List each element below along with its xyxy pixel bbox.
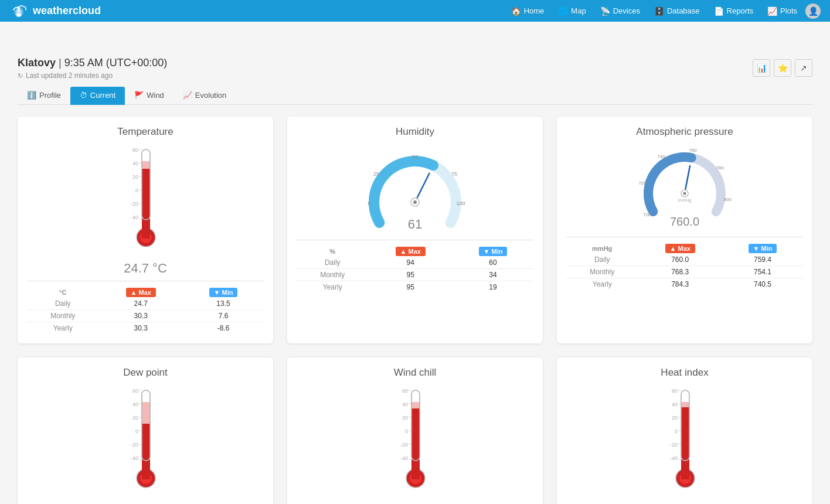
table-row: Daily 760.0 759.4 <box>566 254 803 266</box>
svg-text:-20: -20 <box>670 442 678 448</box>
svg-text:100: 100 <box>456 200 465 206</box>
svg-text:20: 20 <box>132 415 138 421</box>
row-max-0: 760.0 <box>638 254 722 266</box>
max-badge: ▲ Max <box>665 244 695 253</box>
tab-wind[interactable]: 🚩 Wind <box>125 87 174 105</box>
widget-card-4: Wind chill 60 40 20 0 -20 -40 <box>287 357 543 504</box>
svg-text:mmHg: mmHg <box>678 197 692 203</box>
svg-text:-20: -20 <box>131 201 138 207</box>
min-header: ▼ Min <box>183 287 264 298</box>
svg-text:0: 0 <box>368 200 370 206</box>
nav-database[interactable]: 🗄️ Database <box>648 4 706 18</box>
svg-text:40: 40 <box>132 161 138 166</box>
svg-point-45 <box>683 192 686 195</box>
section-divider <box>297 240 533 240</box>
svg-text:720: 720 <box>638 181 647 186</box>
widget-title: Wind chill <box>297 367 533 379</box>
current-tab-icon: ⏱ <box>80 91 87 100</box>
svg-text:40: 40 <box>402 401 408 407</box>
brand-text: weathercloud <box>33 5 101 17</box>
row-min-1: 754.1 <box>722 266 803 278</box>
page-location: Klatovy | 9:35 AM (UTC+00:00) <box>18 57 167 69</box>
svg-text:75: 75 <box>451 171 457 177</box>
svg-text:60: 60 <box>132 147 138 153</box>
stats-button[interactable]: 📊 <box>753 59 770 77</box>
favorite-button[interactable]: ⭐ <box>774 59 791 77</box>
section-divider <box>27 281 264 281</box>
widget-value: 25.6 °C <box>566 502 803 504</box>
svg-text:20: 20 <box>672 415 678 421</box>
share-button[interactable]: ↗ <box>795 59 812 77</box>
reports-icon: 📄 <box>714 6 724 16</box>
min-badge: ▼ Min <box>749 244 777 253</box>
widget-value: 25.0 °C <box>297 502 533 504</box>
svg-text:0: 0 <box>675 428 678 434</box>
widget-title: Heat index <box>566 367 803 379</box>
svg-text:700: 700 <box>643 212 651 217</box>
svg-text:760.0: 760.0 <box>670 215 699 228</box>
row-label-1: Monthly <box>27 310 98 322</box>
row-min-2: -8.6 <box>183 322 264 335</box>
svg-text:-40: -40 <box>670 455 678 461</box>
nav-plots[interactable]: 📈 Plots <box>761 4 803 18</box>
data-table: mmHg ▲ Max ▼ Min Daily 760.0 759.4 Month… <box>566 243 803 290</box>
min-badge: ▼ Min <box>209 288 238 297</box>
tab-evolution[interactable]: 📈 Evolution <box>174 87 236 105</box>
navbar: weathercloud 🏠 Home 🌐 Map 📡 Devices 🗄️ D… <box>0 0 830 22</box>
map-icon: 🌐 <box>558 6 568 16</box>
wind-tab-icon: 🚩 <box>134 91 144 100</box>
svg-text:40: 40 <box>672 401 678 407</box>
svg-text:40: 40 <box>132 401 138 407</box>
min-badge: ▼ Min <box>479 247 508 256</box>
database-icon: 🗄️ <box>654 6 664 16</box>
max-header: ▲ Max <box>638 243 722 254</box>
brand-logo[interactable]: weathercloud <box>9 2 101 21</box>
nav-links: 🏠 Home 🌐 Map 📡 Devices 🗄️ Database 📄 Rep… <box>505 4 821 19</box>
tab-current[interactable]: ⏱ Current <box>70 87 125 105</box>
nav-devices[interactable]: 📡 Devices <box>594 4 646 18</box>
unit-header: % <box>297 246 368 257</box>
table-row: Yearly 30.3 -8.6 <box>27 322 264 335</box>
row-max-1: 95 <box>368 269 453 281</box>
nav-home[interactable]: 🏠 Home <box>505 4 550 18</box>
widget-card-0: Temperature 60 40 20 0 -20 -40 <box>18 117 273 343</box>
row-max-2: 30.3 <box>98 322 183 335</box>
row-max-0: 24.7 <box>98 298 183 310</box>
row-label-1: Monthly <box>566 266 638 278</box>
svg-line-43 <box>685 166 690 193</box>
row-min-2: 740.5 <box>722 278 803 291</box>
unit-header: °C <box>27 287 98 298</box>
svg-text:780: 780 <box>716 165 724 171</box>
row-label-0: Daily <box>297 257 368 269</box>
evolution-tab-icon: 📈 <box>183 91 192 100</box>
user-avatar[interactable]: 👤 <box>805 4 821 19</box>
svg-text:740: 740 <box>657 154 665 159</box>
plots-icon: 📈 <box>767 6 777 16</box>
svg-text:-40: -40 <box>400 455 408 461</box>
nav-reports[interactable]: 📄 Reports <box>708 4 760 18</box>
row-min-0: 759.4 <box>722 254 803 266</box>
svg-rect-23 <box>142 219 150 239</box>
row-label-1: Monthly <box>297 269 368 281</box>
min-header: ▼ Min <box>722 243 803 254</box>
row-max-1: 30.3 <box>98 310 183 322</box>
section-divider <box>566 237 803 237</box>
min-header: ▼ Min <box>453 246 533 257</box>
row-max-0: 94 <box>368 257 453 269</box>
svg-text:50: 50 <box>412 154 418 160</box>
widget-value: 24.7 °C <box>27 261 264 276</box>
nav-map[interactable]: 🌐 Map <box>552 4 591 18</box>
row-min-0: 13.5 <box>183 298 264 310</box>
table-body: Daily 760.0 759.4 Monthly 768.3 754.1 Ye… <box>566 254 803 290</box>
svg-text:-20: -20 <box>131 442 138 448</box>
tab-profile[interactable]: ℹ️ Profile <box>18 87 70 105</box>
widget-card-5: Heat index 60 40 20 0 -20 -40 <box>557 357 812 504</box>
widget-value: 16.7 °C <box>27 502 264 504</box>
table-row: Yearly 784.3 740.5 <box>566 278 803 291</box>
svg-text:-40: -40 <box>131 455 138 461</box>
svg-text:60: 60 <box>402 388 408 394</box>
row-label-2: Yearly <box>27 322 98 335</box>
table-row: Monthly 768.3 754.1 <box>566 266 803 278</box>
widget-title: Atmospheric pressure <box>566 126 803 138</box>
svg-text:-20: -20 <box>400 442 408 448</box>
